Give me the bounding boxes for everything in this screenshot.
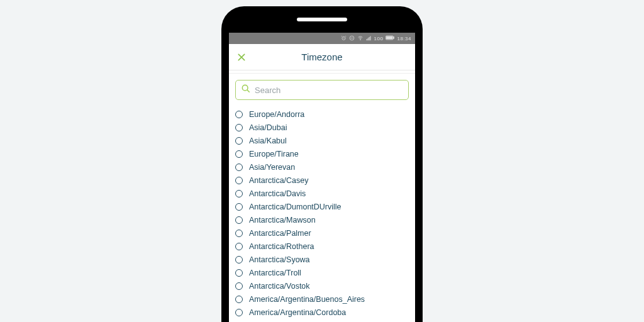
timezone-row[interactable]: America/Argentina/Buenos_Aires <box>235 292 409 306</box>
phone-frame: 100 18:34 Timezone <box>221 6 423 322</box>
timezone-label: Antarctica/DumontDUrville <box>249 203 341 211</box>
timezone-label: America/Argentina/Buenos_Aires <box>249 295 365 304</box>
radio-icon <box>235 177 243 184</box>
search-input[interactable] <box>255 86 403 95</box>
svg-rect-9 <box>387 36 393 39</box>
timezone-row[interactable]: Asia/Dubai <box>235 121 409 134</box>
timezone-label: Antarctica/Davis <box>249 189 306 198</box>
dnd-icon <box>349 35 355 42</box>
battery-percent: 100 <box>374 36 384 42</box>
search-container <box>229 73 415 105</box>
timezone-label: Antarctica/Casey <box>249 176 308 185</box>
timezone-row[interactable]: Antarctica/Mawson <box>235 213 409 226</box>
timezone-label: America/Argentina/Cordoba <box>249 308 346 317</box>
radio-icon <box>235 216 243 224</box>
radio-icon <box>235 203 243 211</box>
radio-icon <box>235 137 243 145</box>
search-box[interactable] <box>235 80 409 100</box>
timezone-row[interactable]: Antarctica/Rothera <box>235 240 409 253</box>
svg-rect-3 <box>366 39 367 40</box>
search-icon <box>241 84 251 96</box>
timezone-row[interactable]: Asia/Yerevan <box>235 160 409 174</box>
radio-icon <box>235 243 243 250</box>
alarm-icon <box>341 35 347 42</box>
timezone-label: Antarctica/Syowa <box>249 255 310 264</box>
svg-rect-8 <box>394 37 394 39</box>
timezone-row[interactable]: Antarctica/Syowa <box>235 253 409 266</box>
radio-icon <box>235 282 243 290</box>
close-button[interactable] <box>236 52 247 62</box>
timezone-label: Asia/Yerevan <box>249 163 295 172</box>
timezone-row[interactable]: Asia/Kabul <box>235 134 409 147</box>
timezone-row[interactable]: Antarctica/Troll <box>235 266 409 279</box>
svg-point-2 <box>360 39 360 40</box>
timezone-label: Antarctica/Vostok <box>249 282 310 291</box>
timezone-label: Antarctica/Mawson <box>249 216 316 225</box>
phone-speaker <box>297 18 347 21</box>
battery-icon <box>386 35 394 42</box>
radio-icon <box>235 309 243 316</box>
timezone-label: Antarctica/Palmer <box>249 229 311 238</box>
timezone-row[interactable]: Antarctica/Casey <box>235 174 409 187</box>
phone-screen: 100 18:34 Timezone <box>229 33 415 322</box>
radio-icon <box>235 230 243 237</box>
wifi-icon <box>357 35 364 42</box>
clock-time: 18:34 <box>397 36 411 42</box>
radio-icon <box>235 269 243 277</box>
timezone-label: Asia/Kabul <box>249 136 287 145</box>
radio-icon <box>235 111 243 118</box>
timezone-row[interactable]: Antarctica/Palmer <box>235 226 409 240</box>
timezone-label: Antarctica/Troll <box>249 269 301 277</box>
svg-rect-5 <box>369 37 369 40</box>
radio-icon <box>235 190 243 197</box>
timezone-row[interactable]: Antarctica/Vostok <box>235 279 409 292</box>
radio-icon <box>235 296 243 303</box>
timezone-row[interactable]: Europe/Tirane <box>235 147 409 160</box>
timezone-row[interactable]: Europe/Andorra <box>235 108 409 121</box>
timezone-label: Europe/Tirane <box>249 150 299 158</box>
timezone-list: Europe/AndorraAsia/DubaiAsia/KabulEurope… <box>229 105 415 319</box>
page-title: Timezone <box>229 52 415 62</box>
status-bar: 100 18:34 <box>229 33 415 44</box>
radio-icon <box>235 124 243 131</box>
timezone-label: Antarctica/Rothera <box>249 242 314 251</box>
page-header: Timezone <box>229 44 415 70</box>
radio-icon <box>235 150 243 158</box>
timezone-label: Asia/Dubai <box>249 123 287 132</box>
signal-icon <box>366 35 372 42</box>
timezone-row[interactable]: Antarctica/Davis <box>235 187 409 200</box>
radio-icon <box>235 164 243 171</box>
svg-rect-6 <box>370 36 370 40</box>
radio-icon <box>235 256 243 264</box>
svg-rect-4 <box>367 38 368 40</box>
timezone-label: Europe/Andorra <box>249 110 304 119</box>
timezone-row[interactable]: Antarctica/DumontDUrville <box>235 200 409 213</box>
timezone-row[interactable]: America/Argentina/Cordoba <box>235 306 409 319</box>
